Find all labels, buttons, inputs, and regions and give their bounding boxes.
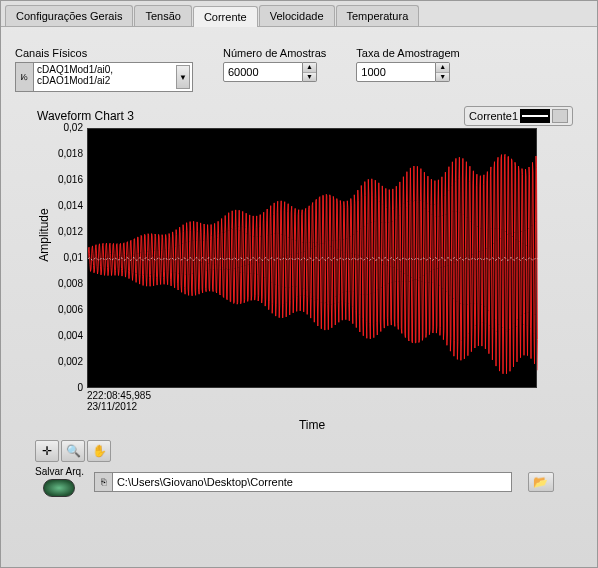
save-button[interactable] [43,479,75,497]
tab-strip: Configurações Gerais Tensão Corrente Vel… [1,1,597,27]
chart-header: Waveform Chart 3 Corrente1 [37,106,583,126]
file-path-input[interactable] [112,472,512,492]
y-tick: 0,012 [45,227,83,237]
channel-line1: cDAQ1Mod1/ai0, [37,64,189,75]
tab-content-corrente: Canais Físicos I⁄₀ cDAQ1Mod1/ai0, cDAO1M… [1,27,597,507]
y-tick: 0 [45,383,83,393]
num-samples-input[interactable] [223,62,303,82]
sample-rate-spinner[interactable]: ▲ ▼ [436,62,450,82]
plot-area[interactable] [87,128,537,388]
y-tick: 0,008 [45,279,83,289]
y-tick: 0,002 [45,357,83,367]
y-tick: 0,004 [45,331,83,341]
y-tick: 0,018 [45,149,83,159]
y-tick: 0,02 [45,123,83,133]
controls-row: Canais Físicos I⁄₀ cDAQ1Mod1/ai0, cDAO1M… [15,47,583,92]
browse-button[interactable]: 📂 [528,472,554,492]
y-tick: 0,01 [45,253,83,263]
zoom-tool-icon[interactable]: 🔍 [61,440,85,462]
physical-channels-group: Canais Físicos I⁄₀ cDAQ1Mod1/ai0, cDAO1M… [15,47,193,92]
chart-title: Waveform Chart 3 [37,109,134,123]
x-tick-date: 23/11/2012 [87,401,575,412]
num-samples-spinner[interactable]: ▲ ▼ [303,62,317,82]
tab-tensao[interactable]: Tensão [134,5,191,26]
graph-palette: ✛ 🔍 ✋ [35,440,583,462]
file-path-control: ⎘ [94,472,512,492]
x-axis-ticks: 222:08:45,985 23/11/2012 [87,390,575,412]
physical-channels-label: Canais Físicos [15,47,193,59]
save-row: Salvar Arq. ⎘ 📂 [35,466,583,497]
num-samples-group: Número de Amostras ▲ ▼ [223,47,326,82]
save-button-group: Salvar Arq. [35,466,84,497]
legend-config-icon[interactable] [552,109,568,123]
x-axis-label: Time [87,418,537,432]
spinner-up-icon[interactable]: ▲ [436,63,449,73]
tab-panel: Configurações Gerais Tensão Corrente Vel… [0,0,598,568]
tab-temperatura[interactable]: Temperatura [336,5,420,26]
spinner-down-icon[interactable]: ▼ [436,73,449,82]
spinner-up-icon[interactable]: ▲ [303,63,316,73]
y-axis-label: Amplitude [37,208,51,261]
crosshair-tool-icon[interactable]: ✛ [35,440,59,462]
x-tick-time: 222:08:45,985 [87,390,575,401]
sample-rate-group: Taxa de Amostragem ▲ ▼ [356,47,459,82]
save-label: Salvar Arq. [35,466,84,477]
sample-rate-label: Taxa de Amostragem [356,47,459,59]
folder-icon: 📂 [533,475,548,489]
channel-line2: cDAO1Mod1/ai2 [37,75,189,86]
y-axis-ticks: 0,02 0,018 0,016 0,014 0,012 0,01 0,008 … [45,128,87,388]
waveform-chart[interactable]: Amplitude 0,02 0,018 0,016 0,014 0,012 0… [45,128,575,432]
chart-legend[interactable]: Corrente1 [464,106,573,126]
tab-corrente[interactable]: Corrente [193,6,258,27]
legend-series-label: Corrente1 [469,110,518,122]
num-samples-label: Número de Amostras [223,47,326,59]
physical-channels-select[interactable]: cDAQ1Mod1/ai0, cDAO1Mod1/ai2 ▼ [33,62,193,92]
spinner-down-icon[interactable]: ▼ [303,73,316,82]
tab-velocidade[interactable]: Velocidade [259,5,335,26]
path-icon: ⎘ [94,472,112,492]
physical-channels-control[interactable]: I⁄₀ cDAQ1Mod1/ai0, cDAO1Mod1/ai2 ▼ [15,62,193,92]
y-tick: 0,006 [45,305,83,315]
legend-swatch-icon [520,109,550,123]
io-icon: I⁄₀ [15,62,33,92]
y-tick: 0,016 [45,175,83,185]
sample-rate-input[interactable] [356,62,436,82]
tab-configuracoes-gerais[interactable]: Configurações Gerais [5,5,133,26]
chevron-down-icon[interactable]: ▼ [176,65,190,89]
pan-tool-icon[interactable]: ✋ [87,440,111,462]
y-tick: 0,014 [45,201,83,211]
